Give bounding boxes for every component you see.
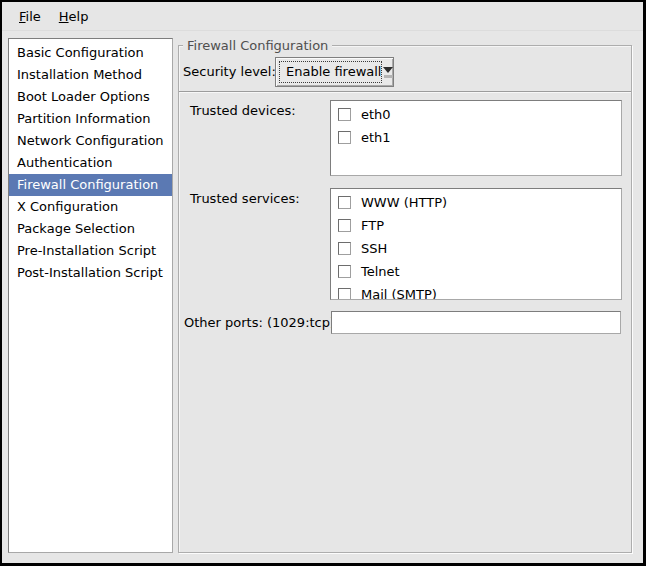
service-row-ftp[interactable]: FTP [331, 214, 621, 237]
service-row-telnet[interactable]: Telnet [331, 260, 621, 283]
sidebar-item-firewall-configuration[interactable]: Firewall Configuration [9, 174, 172, 196]
menu-file[interactable]: File [10, 5, 50, 28]
sidebar-item-network-configuration[interactable]: Network Configuration [9, 130, 172, 152]
sidebar-item-x-configuration[interactable]: X Configuration [9, 196, 172, 218]
checkbox[interactable] [338, 131, 351, 144]
other-ports-label: Other ports: (1029:tcp) [184, 311, 335, 334]
menu-help-label: elp [69, 9, 89, 24]
chevron-down-icon [383, 58, 393, 86]
kickstart-configurator-window: File Help Basic Configuration Installati… [0, 0, 646, 566]
other-ports-input[interactable] [331, 311, 621, 334]
sidebar-item-installation-method[interactable]: Installation Method [9, 64, 172, 86]
firewall-configuration-group: Firewall Configuration Security level: E… [178, 45, 632, 553]
checkbox[interactable] [338, 196, 351, 209]
device-row-eth1[interactable]: eth1 [331, 126, 621, 149]
sidebar-item-authentication[interactable]: Authentication [9, 152, 172, 174]
section-separator [179, 91, 631, 93]
service-row-ssh[interactable]: SSH [331, 237, 621, 260]
checkbox-label: Mail (SMTP) [361, 287, 437, 300]
sidebar-item-pre-installation-script[interactable]: Pre-Installation Script [9, 240, 172, 262]
trusted-services-list: WWW (HTTP) FTP SSH Telnet Mail (SMTP) [330, 188, 622, 300]
security-level-select[interactable]: Enable firewall [275, 57, 394, 87]
checkbox-label: eth1 [361, 130, 391, 145]
sidebar-item-basic-configuration[interactable]: Basic Configuration [9, 42, 172, 64]
device-row-eth0[interactable]: eth0 [331, 103, 621, 126]
checkbox[interactable] [338, 242, 351, 255]
checkbox[interactable] [338, 288, 351, 300]
trusted-devices-list: eth0 eth1 [330, 100, 622, 176]
checkbox-label: WWW (HTTP) [361, 195, 447, 210]
checkbox[interactable] [338, 265, 351, 278]
sidebar-item-package-selection[interactable]: Package Selection [9, 218, 172, 240]
checkbox-label: SSH [361, 241, 387, 256]
checkbox[interactable] [338, 108, 351, 121]
menu-file-label: ile [26, 9, 41, 24]
menu-help[interactable]: Help [50, 5, 98, 28]
service-row-www[interactable]: WWW (HTTP) [331, 191, 621, 214]
security-level-label: Security level: [183, 57, 276, 87]
menu-help-accel: H [59, 9, 69, 24]
checkbox-label: eth0 [361, 107, 391, 122]
menubar: File Help [2, 2, 643, 31]
group-title: Firewall Configuration [183, 37, 332, 54]
section-list: Basic Configuration Installation Method … [8, 38, 173, 553]
checkbox-label: FTP [361, 218, 384, 233]
sidebar-item-partition-information[interactable]: Partition Information [9, 108, 172, 130]
service-row-mail[interactable]: Mail (SMTP) [331, 283, 621, 300]
sidebar-item-post-installation-script[interactable]: Post-Installation Script [9, 262, 172, 284]
checkbox[interactable] [338, 219, 351, 232]
checkbox-label: Telnet [361, 264, 400, 279]
security-level-value: Enable firewall [279, 61, 382, 83]
trusted-services-label: Trusted services: [190, 188, 300, 210]
sidebar-item-boot-loader-options[interactable]: Boot Loader Options [9, 86, 172, 108]
trusted-devices-label: Trusted devices: [190, 100, 296, 122]
